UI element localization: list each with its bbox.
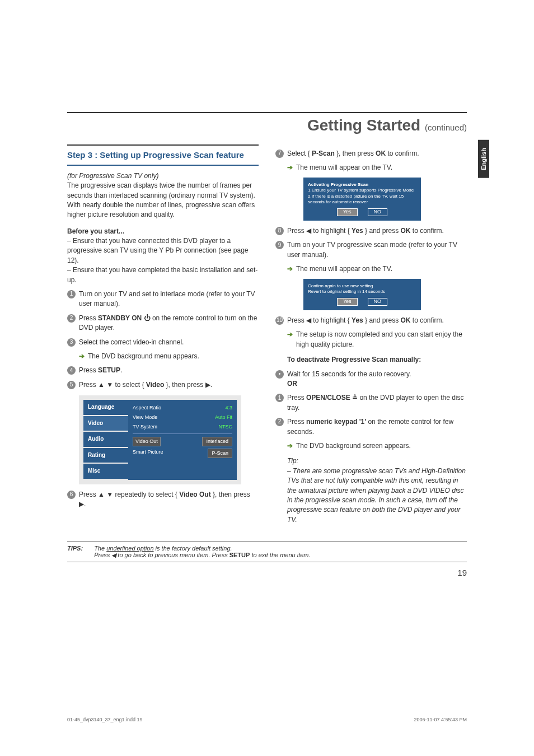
- page-title: Getting Started (continued): [67, 116, 467, 134]
- t: is the factory default setting.: [154, 545, 232, 552]
- vout-interlaced: Interlaced: [202, 437, 232, 446]
- page-content: Getting Started (continued) Step 3 : Set…: [0, 0, 534, 611]
- tips-content: The underlined option is the factory def…: [94, 545, 467, 559]
- title-continued: (continued): [425, 123, 467, 132]
- print-footer: 01-45_dvp3140_37_eng1.indd 19 2006-11-07…: [67, 717, 467, 722]
- t: to go back to previous menu item. Press: [116, 552, 229, 558]
- t: Select {: [287, 150, 312, 157]
- t: .: [84, 500, 86, 508]
- step-7-text: Select { P-Scan }, then press OK to conf…: [287, 149, 467, 158]
- step-num-4: 4: [67, 366, 76, 375]
- popup-no-button: NO: [368, 208, 388, 216]
- step-10-text: Press ◀ to highlight { Yes } and press O…: [287, 316, 467, 325]
- or-label: OR: [287, 380, 297, 388]
- step-9-text: Turn on your TV progressive scan mode (r…: [287, 240, 467, 260]
- tip-body: – There are some progressive scan TVs an…: [287, 466, 467, 525]
- footer-file: 01-45_dvp3140_37_eng1.indd 19: [67, 717, 143, 722]
- t: Press: [287, 316, 306, 324]
- deactivate-heading: To deactivate Progressive Scan manually:: [287, 355, 467, 365]
- left-column: Step 3 : Setting up Progressive Scan fea…: [67, 144, 259, 525]
- t: Press: [287, 394, 306, 402]
- menu-language: Language: [83, 400, 128, 415]
- popup-yes-button: Yes: [337, 208, 358, 216]
- popup2-line2: Revert to original setting in 14 seconds: [308, 289, 416, 295]
- popup1-title: Activating Progressive Scan: [308, 182, 416, 188]
- step-num-9: 9: [275, 241, 284, 249]
- step-9-result: ➔ The menu will appear on the TV.: [287, 264, 467, 274]
- step-3: 3 Select the correct video-in channel.: [67, 338, 259, 347]
- video-out-label: Video Out: [179, 491, 210, 498]
- popup-no-button: NO: [368, 298, 388, 306]
- t: The setup is now completed and you can s…: [296, 330, 467, 349]
- standby-on-label: STANDBY ON: [98, 314, 142, 322]
- yes-label: Yes: [352, 227, 363, 235]
- popup-confirm: Confirm again to use new setting Revert …: [303, 279, 421, 310]
- underlined-option: underlined option: [106, 545, 153, 552]
- menu-sidebar: Language Video Audio Rating Misc: [83, 400, 128, 480]
- arrow-icon: ➔: [287, 163, 293, 172]
- step-num-5: 5: [67, 381, 76, 389]
- t: Press: [94, 552, 111, 558]
- popup-activating: Activating Progressive Scan 1.Ensure you…: [303, 178, 421, 221]
- t: Wait for 15 seconds for the auto recover…: [287, 370, 411, 378]
- arrow-icon: ➔: [287, 264, 293, 274]
- step-num-6: 6: [67, 491, 76, 499]
- deact-1-text: Press OPEN/CLOSE ≜ on the DVD player to …: [287, 393, 467, 413]
- t: }, then press: [335, 150, 376, 157]
- tip-heading: Tip:: [287, 456, 467, 466]
- step-6: 6 Press ▲ ▼ repeatedly to select { Video…: [67, 490, 259, 510]
- pscan-label: P-Scan: [312, 150, 335, 157]
- step-7: 7 Select { P-Scan }, then press OK to co…: [275, 149, 467, 158]
- header-divider: [67, 112, 467, 113]
- deact-step-1: 1 Press OPEN/CLOSE ≜ on the DVD player t…: [275, 393, 467, 413]
- t: The menu will appear on the TV.: [296, 163, 392, 172]
- wait-text: Wait for 15 seconds for the auto recover…: [287, 370, 467, 389]
- section-heading: Step 3 : Setting up Progressive Scan fea…: [67, 144, 259, 166]
- step-num-d2: 2: [275, 418, 284, 426]
- bullet-icon: •: [275, 370, 284, 379]
- tvsys-value: NTSC: [219, 423, 233, 431]
- tips-label: TIPS:: [67, 545, 83, 559]
- menu-screenshot: Language Video Audio Rating Misc Aspect …: [79, 395, 241, 484]
- popup2-line1: Confirm again to use new setting: [308, 283, 416, 289]
- setup-label: SETUP: [229, 552, 250, 558]
- t: } and press: [363, 316, 401, 324]
- t: Press: [79, 314, 98, 322]
- arrow-icon: ➔: [287, 330, 293, 349]
- popup1-line3: 2.If there is a distorted picture on the…: [308, 194, 416, 206]
- deact-2-text: Press numeric keypad '1' on the remote c…: [287, 417, 467, 437]
- two-column-layout: Step 3 : Setting up Progressive Scan fea…: [67, 144, 467, 525]
- step-8-text: Press ◀ to highlight { Yes } and press O…: [287, 226, 467, 236]
- step-2-text: Press STANDBY ON ⏻ on the remote control…: [79, 314, 259, 333]
- up-down-icon: ▲ ▼: [98, 381, 113, 389]
- ok-label: OK: [401, 316, 411, 324]
- t: Press: [79, 366, 98, 374]
- popup1-line2: 1.Ensure your TV system supports Progres…: [308, 188, 416, 193]
- power-icon: ⏻: [144, 314, 151, 322]
- aspect-label: Aspect Ratio: [133, 404, 161, 412]
- step-num-1: 1: [67, 290, 76, 298]
- vout-pscan: P-Scan: [208, 449, 232, 458]
- t: }, then press: [211, 491, 250, 498]
- right-column: 7 Select { P-Scan }, then press OK to co…: [275, 144, 467, 525]
- step-3-text: Select the correct video-in channel.: [79, 338, 259, 347]
- step-4: 4 Press SETUP.: [67, 366, 259, 375]
- step-4-text: Press SETUP.: [79, 366, 259, 375]
- step-10-result: ➔ The setup is now completed and you can…: [287, 330, 467, 349]
- step-num-2: 2: [67, 314, 76, 323]
- step-5-text: Press ▲ ▼ to select { Video }, then pres…: [79, 380, 259, 390]
- language-tab: English: [478, 140, 489, 178]
- step-1-text: Turn on your TV and set to interlace mod…: [79, 290, 259, 309]
- eject-icon: ≜: [352, 394, 358, 402]
- t: to highlight {: [311, 227, 352, 235]
- t: to confirm.: [411, 227, 444, 235]
- wait-step: • Wait for 15 seconds for the auto recov…: [275, 370, 467, 389]
- step-num-8: 8: [275, 227, 284, 235]
- popup-yes-button: Yes: [337, 298, 358, 306]
- smart-label: Smart Picture: [133, 449, 163, 458]
- before-heading: Before you start...: [67, 227, 259, 236]
- t: to select {: [113, 381, 146, 389]
- step-5: 5 Press ▲ ▼ to select { Video }, then pr…: [67, 380, 259, 390]
- setup-label: SETUP: [98, 366, 120, 374]
- menu-audio: Audio: [83, 432, 128, 447]
